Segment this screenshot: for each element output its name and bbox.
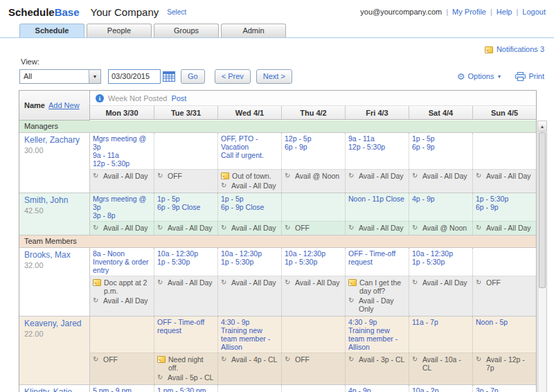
schedule-cell[interactable]: 1p - 5p6p - 9p Close bbox=[217, 193, 281, 221]
tab-people[interactable]: People bbox=[87, 24, 152, 37]
schedule-entry: 6p - 9p bbox=[285, 143, 343, 151]
schedule-grid: Name Add New i Week Not Posted Post Mon … bbox=[19, 90, 537, 392]
schedule-entry: OFF - Time-off request bbox=[157, 318, 215, 335]
employee-hours: 22.00 bbox=[24, 330, 87, 338]
schedule-cell[interactable] bbox=[281, 385, 345, 392]
availability-text: Avail - All Day bbox=[168, 278, 213, 287]
vertical-scrollbar[interactable]: ▲ ▼ bbox=[537, 121, 547, 392]
schedule-cell[interactable]: 4:30 - 9pTraining new team member - Alli… bbox=[345, 317, 409, 353]
next-button[interactable]: Next > bbox=[256, 69, 292, 84]
availability-line: ↻Avail - All Day bbox=[93, 172, 152, 180]
schedule-cell[interactable]: Mgrs meeting @ 3p3p - 8p bbox=[90, 193, 154, 221]
schedule-cell[interactable]: Noon - 11p Close bbox=[345, 193, 409, 221]
availability-repeat-icon: ↻ bbox=[348, 296, 356, 313]
help-link[interactable]: Help bbox=[497, 8, 512, 16]
notifications-link[interactable]: Notifications 3 bbox=[497, 45, 544, 53]
note-text: Need night off. bbox=[168, 355, 215, 372]
schedule-cell[interactable] bbox=[217, 385, 281, 392]
logout-link[interactable]: Logout bbox=[522, 8, 546, 16]
select-company-link[interactable]: Select bbox=[167, 8, 186, 16]
schedule-cell[interactable]: 8a - NoonInventory & order entry bbox=[90, 248, 154, 276]
availability-repeat-icon: ↻ bbox=[412, 278, 420, 287]
schedule-cell[interactable]: 10a - 12:30p1p - 5:30p bbox=[281, 248, 345, 276]
schedule-entry: 6p - 9p bbox=[412, 143, 470, 151]
schedule-cell[interactable]: OFF - Time-off request bbox=[345, 248, 409, 276]
tab-schedule[interactable]: Schedule bbox=[19, 24, 84, 37]
schedule-entry: 10a - 12:30p bbox=[157, 249, 215, 258]
availability-line: ↻Avail - 4p - CL bbox=[221, 355, 279, 364]
tab-admin[interactable]: Admin bbox=[221, 24, 286, 37]
availability-repeat-icon: ↻ bbox=[221, 278, 229, 287]
schedule-cell[interactable]: OFF, PTO - VacationCall if urgent. bbox=[217, 133, 281, 169]
print-button[interactable]: Print bbox=[515, 72, 544, 81]
availability-text: Avail - All Day bbox=[103, 172, 148, 180]
employee-name-link[interactable]: Keller, Zachary bbox=[24, 135, 87, 145]
schedule-cell[interactable]: 12p - 5p6p - 9p bbox=[281, 133, 345, 169]
schedule-cell[interactable] bbox=[90, 317, 154, 353]
availability-repeat-icon: ↻ bbox=[348, 355, 356, 364]
schedule-cell[interactable]: 5 pm - 9 pm bbox=[90, 385, 154, 392]
employee-name-cell: Klindty, Katie21.50 bbox=[19, 385, 90, 392]
schedule-cell[interactable]: 3p - 7p bbox=[472, 385, 536, 392]
availability-repeat-icon: ↻ bbox=[221, 355, 229, 364]
app-logo: ScheduleBase bbox=[8, 6, 80, 18]
options-dropdown[interactable]: ⚙ Options ▼ bbox=[457, 72, 502, 81]
schedule-cell[interactable]: 1 pm - 5:30 pm bbox=[154, 385, 217, 392]
schedule-cell[interactable] bbox=[281, 193, 345, 221]
schedule-cell[interactable]: 11a - 7p bbox=[409, 317, 472, 353]
my-profile-link[interactable]: My Profile bbox=[452, 8, 486, 16]
availability-cell: ↻Avail @ Noon bbox=[281, 169, 345, 193]
availability-text: Avail - Day Only bbox=[359, 296, 406, 313]
schedule-cell[interactable]: 10a - 2p bbox=[409, 385, 472, 392]
schedule-cell[interactable]: 1p - 5:30p6p - 9p bbox=[472, 193, 536, 221]
schedule-cell[interactable]: 10a - 12:30p1p - 5:30p bbox=[217, 248, 281, 276]
employee-name-link[interactable]: Klindty, Katie bbox=[24, 387, 87, 392]
schedule-cell[interactable]: OFF - Time-off request bbox=[154, 317, 217, 353]
employee-name-link[interactable]: Keaveny, Jared bbox=[24, 319, 87, 328]
availability-cell: ↻Avail - All Day bbox=[154, 276, 217, 316]
tab-groups[interactable]: Groups bbox=[154, 24, 219, 37]
schedule-cell[interactable]: 4p - 9p bbox=[345, 385, 409, 392]
schedule-cell[interactable]: Noon - 5p bbox=[472, 317, 536, 353]
schedule-cell[interactable]: 10a - 12:30p1p - 5:30p bbox=[409, 248, 472, 276]
availability-line: ↻Avail - All Day bbox=[348, 172, 406, 180]
employee-name-cell: Smith, John42.50 bbox=[19, 193, 90, 235]
schedule-cell[interactable] bbox=[472, 248, 536, 276]
schedule-cell[interactable]: 1p - 5p6p - 9p Close bbox=[154, 193, 217, 221]
schedule-cell[interactable]: 4:30 - 9pTraining new team member - Alli… bbox=[217, 317, 281, 353]
scroll-up-button[interactable]: ▲ bbox=[538, 121, 546, 132]
date-input[interactable] bbox=[108, 69, 161, 84]
schedule-cell[interactable] bbox=[154, 133, 217, 169]
schedule-cell[interactable]: 10a - 12:30p1p - 5:30p bbox=[154, 248, 217, 276]
availability-cell: Doc appt at 2 p.m.↻Avail - All Day bbox=[90, 276, 154, 316]
add-new-link[interactable]: Add New bbox=[48, 101, 80, 109]
go-button[interactable]: Go bbox=[181, 69, 205, 84]
availability-repeat-icon: ↻ bbox=[285, 172, 292, 180]
schedule-cell[interactable] bbox=[281, 317, 345, 353]
schedule-cell[interactable]: 4p - 9p bbox=[409, 193, 472, 221]
schedule-entry: 12p - 5:30p bbox=[348, 143, 406, 151]
availability-cell: ↻Avail - All Day bbox=[409, 276, 472, 316]
employee-name-link[interactable]: Brooks, Max bbox=[24, 250, 87, 260]
group-header-row: Managers bbox=[19, 121, 536, 133]
availability-line: ↻OFF bbox=[93, 355, 152, 364]
availability-cell: ↻OFF bbox=[472, 276, 536, 316]
employee-name-link[interactable]: Smith, John bbox=[24, 195, 87, 205]
schedule-cell[interactable]: 9a - 11a12p - 5:30p bbox=[345, 133, 409, 169]
schedule-cell[interactable] bbox=[472, 133, 536, 169]
scrollbar-thumb[interactable] bbox=[539, 132, 546, 288]
availability-text: Avail - 10a - CL bbox=[422, 355, 470, 372]
availability-line: ↻Avail - 5p - CL bbox=[157, 373, 215, 382]
day-header: Mon 3/30 bbox=[90, 106, 154, 119]
schedule-entry: 6p - 9p Close bbox=[157, 203, 215, 211]
view-select[interactable]: All ▼ bbox=[19, 69, 101, 84]
availability-repeat-icon: ↻ bbox=[412, 224, 420, 232]
schedule-cell[interactable]: Mgrs meeting @ 3p9a - 11a12p - 5:30p bbox=[90, 133, 154, 169]
employee-row: Smith, John42.50Mgrs meeting @ 3p3p - 8p… bbox=[19, 193, 536, 235]
schedule-cell[interactable]: 1p - 5p6p - 9p bbox=[409, 133, 472, 169]
post-link[interactable]: Post bbox=[171, 94, 186, 103]
schedule-entry: Call if urgent. bbox=[221, 151, 279, 159]
prev-button[interactable]: < Prev bbox=[215, 69, 251, 84]
calendar-icon[interactable] bbox=[163, 71, 175, 82]
availability-line: ↻Avail - All Day bbox=[476, 224, 534, 232]
